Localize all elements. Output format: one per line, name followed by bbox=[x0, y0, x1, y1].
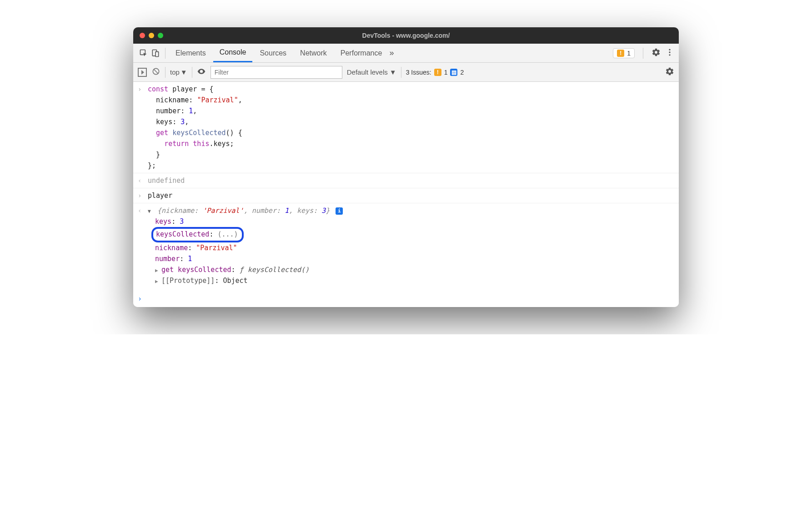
console-output-row: ‹ ▼ {nickname: 'Parzival', number: 1, ke… bbox=[133, 203, 679, 291]
prop-key: get keysCollected bbox=[161, 266, 231, 274]
toolbar-separator bbox=[165, 48, 165, 59]
output-chevron-icon: ‹ bbox=[138, 205, 148, 216]
warning-icon: ! bbox=[434, 69, 441, 76]
output-chevron-icon: ‹ bbox=[138, 175, 148, 186]
expand-arrow-icon[interactable]: ▶ bbox=[155, 267, 161, 275]
context-label: top bbox=[170, 68, 180, 76]
input-chevron-icon: › bbox=[138, 84, 148, 171]
levels-label: Default levels bbox=[347, 68, 388, 76]
prop-value: Object bbox=[223, 277, 247, 285]
console-prompt[interactable]: › bbox=[133, 291, 679, 307]
prop-key: nickname bbox=[155, 244, 188, 252]
tab-performance[interactable]: Performance bbox=[334, 45, 389, 62]
prop-value: 1 bbox=[188, 255, 192, 263]
toolbar-separator bbox=[643, 48, 643, 59]
object-property-row: number: 1 bbox=[138, 253, 674, 264]
window-controls bbox=[133, 33, 163, 38]
fullscreen-window-button[interactable] bbox=[158, 33, 163, 38]
minimize-window-button[interactable] bbox=[149, 33, 154, 38]
close-window-button[interactable] bbox=[140, 33, 145, 38]
expand-arrow-icon[interactable]: ▼ bbox=[148, 207, 153, 216]
show-drawer-icon[interactable] bbox=[138, 68, 147, 77]
expand-arrow-icon[interactable]: ▶ bbox=[155, 277, 161, 286]
issues-info-count: 2 bbox=[460, 69, 464, 76]
console-subbar: top ▼ Default levels ▼ 3 Issues: ! 1 ▤ 2 bbox=[133, 63, 679, 82]
window-title: DevTools - www.google.com/ bbox=[362, 32, 450, 39]
svg-point-5 bbox=[669, 54, 670, 55]
tab-console[interactable]: Console bbox=[213, 44, 253, 62]
tab-elements[interactable]: Elements bbox=[169, 45, 212, 62]
object-property-row: keys: 3 bbox=[138, 216, 674, 227]
issues-label: 3 Issues: bbox=[406, 69, 431, 76]
console-code: const player = { nickname: "Parzival", n… bbox=[148, 84, 674, 171]
warning-count: 1 bbox=[627, 50, 631, 57]
device-toggle-icon[interactable] bbox=[150, 47, 161, 59]
prop-key: number bbox=[155, 255, 180, 263]
getter-placeholder[interactable]: (...) bbox=[217, 230, 238, 238]
svg-point-3 bbox=[669, 49, 670, 50]
tab-network[interactable]: Network bbox=[294, 45, 333, 62]
more-options-icon[interactable] bbox=[665, 48, 674, 58]
console-output-row: ‹ undefined bbox=[133, 173, 679, 188]
panel-tabs: Elements Console Sources Network Perform… bbox=[169, 44, 394, 62]
chevron-down-icon: ▼ bbox=[180, 68, 187, 76]
warning-icon: ! bbox=[617, 50, 624, 57]
issues-summary[interactable]: 3 Issues: ! 1 ▤ 2 bbox=[406, 69, 464, 76]
prop-value: 3 bbox=[180, 217, 184, 226]
undefined-output: undefined bbox=[148, 175, 674, 186]
svg-line-7 bbox=[154, 69, 158, 74]
filter-input[interactable] bbox=[211, 66, 342, 79]
svg-point-4 bbox=[669, 51, 670, 53]
prop-key: [[Prototype]] bbox=[161, 277, 215, 285]
object-property-row[interactable]: ▶get keysCollected: ƒ keysCollected() bbox=[138, 264, 674, 275]
context-selector[interactable]: top ▼ bbox=[170, 68, 187, 76]
svg-rect-2 bbox=[155, 51, 159, 56]
object-property-row: nickname: "Parzival" bbox=[138, 242, 674, 253]
inspect-element-icon[interactable] bbox=[138, 47, 150, 59]
object-summary[interactable]: ▼ {nickname: 'Parzival', number: 1, keys… bbox=[148, 205, 674, 216]
console-body: › const player = { nickname: "Parzival",… bbox=[133, 82, 679, 307]
titlebar: DevTools - www.google.com/ bbox=[133, 27, 679, 44]
subbar-separator bbox=[192, 67, 192, 78]
more-tabs-icon[interactable]: » bbox=[389, 48, 394, 58]
console-input-row: › player bbox=[133, 188, 679, 203]
warnings-badge[interactable]: ! 1 bbox=[613, 48, 635, 58]
console-input-text: player bbox=[148, 190, 674, 201]
tab-sources[interactable]: Sources bbox=[253, 45, 293, 62]
prop-key: keys bbox=[155, 217, 171, 226]
input-chevron-icon: › bbox=[138, 190, 148, 201]
function-f-icon: ƒ bbox=[240, 266, 244, 274]
settings-gear-icon[interactable] bbox=[652, 48, 661, 58]
console-settings-gear-icon[interactable] bbox=[665, 67, 674, 77]
toolbar-right: ! 1 bbox=[613, 48, 674, 59]
subbar-separator bbox=[401, 67, 401, 78]
info-icon[interactable]: i bbox=[336, 207, 343, 215]
issues-warn-count: 1 bbox=[444, 69, 448, 76]
prop-value: "Parzival" bbox=[196, 244, 237, 252]
info-icon: ▤ bbox=[450, 69, 457, 76]
main-toolbar: Elements Console Sources Network Perform… bbox=[133, 44, 679, 63]
clear-console-icon[interactable] bbox=[151, 67, 160, 77]
prop-key: keysCollected bbox=[156, 230, 209, 238]
highlight-annotation: keysCollected: (...) bbox=[151, 227, 244, 242]
object-property-row[interactable]: ▶[[Prototype]]: Object bbox=[138, 275, 674, 286]
object-property-row-highlighted: keysCollected: (...) bbox=[138, 227, 674, 242]
chevron-down-icon: ▼ bbox=[390, 68, 396, 76]
live-expression-icon[interactable] bbox=[197, 67, 206, 77]
function-name: keysCollected() bbox=[248, 266, 309, 274]
subbar-separator bbox=[165, 67, 165, 78]
log-levels-selector[interactable]: Default levels ▼ bbox=[347, 68, 396, 76]
console-input-row: › const player = { nickname: "Parzival",… bbox=[133, 82, 679, 173]
devtools-window: DevTools - www.google.com/ Elements Cons… bbox=[133, 27, 679, 307]
